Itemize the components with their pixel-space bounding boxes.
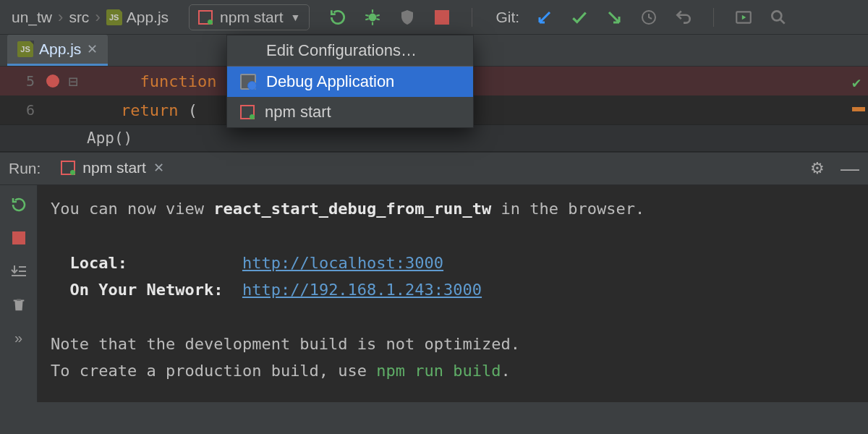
run-toolbar: » [0,185,38,402]
more-icon[interactable]: » [9,328,28,347]
run-tool-window-header: Run: npm start ✕ ⚙ — [0,152,868,185]
inspection-ok-icon[interactable]: ✔ [852,74,861,91]
console-project-name: react_start_debug_from_run_tw [213,200,491,218]
menu-debug-application[interactable]: Debug Application [227,67,473,97]
run-tab-npm-start[interactable]: npm start ✕ [54,155,171,183]
svg-line-5 [366,19,369,20]
chevron-down-icon: ▼ [291,12,301,23]
menu-label: Edit Configurations… [266,41,417,60]
stop-icon[interactable] [433,8,451,27]
console-network-url[interactable]: http://192.168.1.243:3000 [242,281,482,299]
npm-icon [61,161,75,175]
top-toolbar: un_tw › src › App.js npm start ▼ Git: [0,0,868,35]
js-file-icon [17,41,33,57]
console-output[interactable]: You can now view react_start_debug_from_… [38,185,868,402]
svg-line-6 [377,19,380,20]
context-label: App() [87,129,132,147]
breadcrumb-project: un_tw [12,9,52,26]
chevron-right-icon: › [56,8,64,27]
run-anything-icon[interactable] [734,8,753,27]
debug-icon[interactable] [363,8,382,27]
paren: ( [188,101,197,119]
run-config-menu: Edit Configurations… Debug Application n… [226,35,474,128]
npm-icon [240,105,255,119]
line-number: 6 [0,101,42,119]
menu-label: Debug Application [266,72,394,91]
fold-icon[interactable]: ⊟ [64,72,82,90]
svg-line-3 [366,14,369,15]
scroll-to-end-icon[interactable] [9,262,28,281]
console-local-label: Local: [70,254,127,272]
line-number: 5 [0,72,42,90]
menu-npm-start[interactable]: npm start [227,97,473,127]
console-text: You can now view [51,200,213,218]
js-file-icon [106,9,122,25]
undo-icon[interactable] [674,8,693,27]
svg-point-10 [772,11,781,20]
close-icon[interactable]: ✕ [153,160,164,176]
console-network-label: On Your Network: [70,281,224,299]
keyword-function: function [140,72,216,90]
breadcrumb-file: App.js [127,9,169,26]
hide-icon[interactable]: — [841,158,859,180]
console-local-url[interactable]: http://localhost:3000 [242,254,443,272]
menu-label: npm start [265,103,331,122]
console-text: in the browser. [491,200,644,218]
coverage-icon[interactable] [398,8,417,27]
stop-icon[interactable] [9,229,28,247]
run-title: Run: [9,160,41,177]
console-cmd: npm run build [376,362,501,380]
svg-marker-9 [742,14,746,20]
update-project-icon[interactable] [535,8,554,27]
breadcrumb[interactable]: un_tw › src › App.js [6,8,174,27]
run-tool-window: » You can now view react_start_debug_fro… [0,185,868,402]
npm-icon [198,10,213,25]
separator [472,8,472,27]
svg-line-4 [377,14,380,15]
svg-line-11 [780,19,785,23]
toolbar-actions: Git: [328,8,788,27]
rerun-icon[interactable] [9,195,28,214]
breadcrumb-folder: src [69,9,89,26]
console-text: To create a production build, use [51,362,376,380]
browser-debug-icon [240,74,256,90]
commit-icon[interactable] [570,8,589,27]
run-config-dropdown[interactable]: npm start ▼ [189,4,310,30]
marker-warning-icon[interactable] [852,107,865,111]
rerun-icon[interactable] [328,8,347,27]
run-config-label: npm start [220,9,284,26]
keyword-return: return [121,101,178,119]
console-text: . [501,362,511,380]
git-label: Git: [495,9,519,26]
chevron-right-icon: › [93,8,101,27]
gear-icon[interactable]: ⚙ [810,159,825,178]
menu-edit-configurations[interactable]: Edit Configurations… [227,35,473,66]
trash-icon[interactable] [9,295,28,314]
history-icon[interactable] [639,8,658,27]
run-tab-label: npm start [82,159,146,176]
tab-label: App.js [39,41,81,58]
separator [713,8,714,27]
console-note: Note that the development build is not o… [51,331,855,357]
breakpoint-icon[interactable] [46,75,59,88]
search-icon[interactable] [769,8,788,27]
svg-point-0 [369,13,377,21]
sticky-context: App() [0,124,868,152]
push-icon[interactable] [605,8,624,27]
